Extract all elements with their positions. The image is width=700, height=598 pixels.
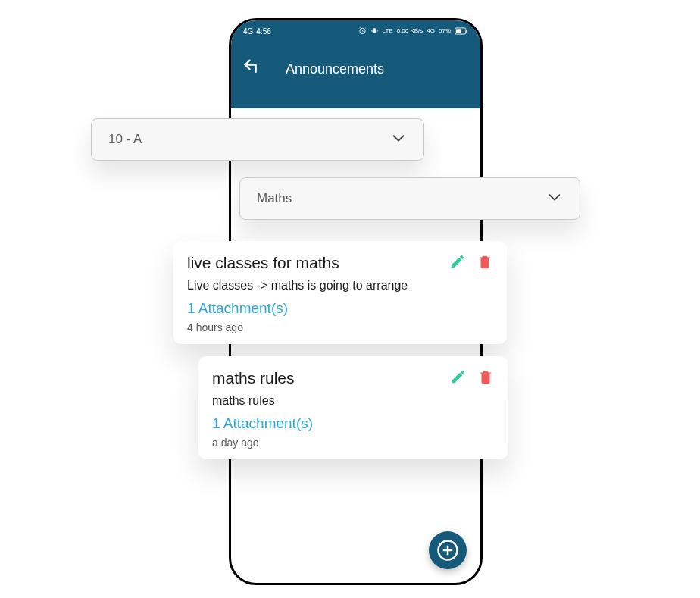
- status-bar: 4G 4:56 LTE 0.00 KB/s 4G 57%: [231, 20, 480, 42]
- subject-dropdown[interactable]: Maths: [239, 177, 580, 220]
- chevron-down-icon: [546, 189, 563, 208]
- svg-rect-1: [373, 28, 376, 33]
- app-header: Announcements: [231, 42, 480, 108]
- battery-label: 57%: [439, 28, 451, 34]
- subject-dropdown-label: Maths: [257, 191, 292, 206]
- status-left: 4G 4:56: [243, 27, 271, 36]
- time-label: 4:56: [256, 27, 270, 36]
- page-title: Announcements: [286, 61, 384, 77]
- chevron-down-icon: [390, 130, 407, 149]
- back-icon[interactable]: [242, 57, 263, 81]
- svg-rect-3: [456, 29, 461, 33]
- attachments-link[interactable]: 1 Attachment(s): [212, 415, 494, 432]
- net-4g: 4G: [427, 28, 435, 34]
- card-body: Live classes -> maths is going to arrang…: [187, 279, 493, 293]
- card-title: maths rules: [212, 369, 295, 387]
- status-right: LTE 0.00 KB/s 4G 57%: [358, 27, 468, 36]
- attachments-link[interactable]: 1 Attachment(s): [187, 300, 493, 317]
- edit-icon[interactable]: [449, 253, 466, 273]
- net-speed: 0.00 KB/s: [397, 28, 423, 34]
- vibrate-icon: [370, 27, 379, 36]
- net-lte: LTE: [383, 28, 393, 34]
- card-body: maths rules: [212, 394, 494, 408]
- edit-icon[interactable]: [450, 368, 467, 388]
- class-dropdown-label: 10 - A: [108, 132, 142, 147]
- card-title: live classes for maths: [187, 254, 339, 272]
- delete-icon[interactable]: [477, 368, 494, 388]
- card-header-row: live classes for maths: [187, 253, 493, 273]
- announcement-card: maths rules maths rules 1 Attachment(s) …: [198, 356, 508, 459]
- class-dropdown[interactable]: 10 - A: [91, 118, 424, 161]
- card-timestamp: a day ago: [212, 437, 494, 449]
- alarm-icon: [358, 27, 367, 36]
- card-actions: [449, 253, 493, 273]
- delete-icon[interactable]: [477, 253, 493, 273]
- battery-icon: [455, 27, 468, 35]
- signal-label: 4G: [243, 27, 253, 36]
- announcement-card: live classes for maths Live classes -> m…: [173, 241, 507, 344]
- card-actions: [450, 368, 494, 388]
- svg-rect-4: [466, 30, 467, 33]
- card-timestamp: 4 hours ago: [187, 321, 493, 333]
- add-button[interactable]: [429, 531, 467, 569]
- card-header-row: maths rules: [212, 368, 494, 388]
